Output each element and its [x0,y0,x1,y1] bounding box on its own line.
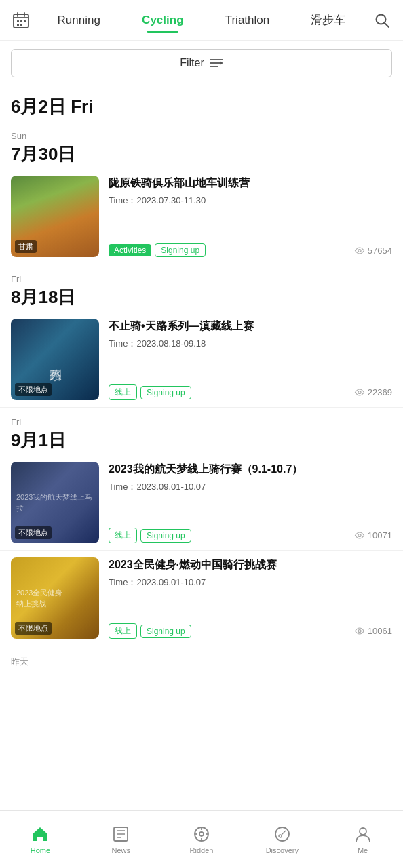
nav-tabs: Running Cycling Triathlon 滑步车 [37,8,366,32]
bottom-nav-news[interactable]: News [81,825,161,854]
svg-line-10 [385,23,389,27]
event-thumb-1: 甘肃 [11,176,99,257]
event-time-4: Time：2023.09.01-10.07 [109,576,392,589]
event-info-4: 2023全民健身·燃动中国骑行挑战赛 Time：2023.09.01-10.07… [109,557,392,639]
section-sep1-date: 9月1日 [11,429,392,452]
view-number-2: 22369 [368,387,392,397]
section-aug18-day: Fri [11,274,392,284]
view-count-2: 22369 [354,387,392,397]
svg-point-32 [360,828,366,835]
tag-signing-4: Signing up [140,625,191,638]
section-june2-date: 6月2日 Fri [11,95,392,119]
svg-rect-6 [24,20,26,22]
discovery-nav-label: Discovery [266,846,299,854]
section-aug18-header: Fri 8月18日 [0,264,403,312]
svg-point-16 [358,534,361,537]
tag-signing-3: Signing up [140,529,191,542]
event-thumb-2: 路系列 不限地点 [11,319,99,400]
thumb-label-2: 不限地点 [15,383,52,396]
home-icon [31,825,50,844]
bottom-nav-ridden[interactable]: Ridden [161,825,242,854]
bottom-navigation: Home News [0,810,403,868]
news-nav-label: News [111,846,130,854]
eye-icon-1 [354,247,365,254]
event-title-1: 陇原铁骑俱乐部山地车训练营 [109,176,392,191]
event-info-3: 2023我的航天梦线上骑行赛（9.1-10.7） Time：2023.09.01… [109,462,392,543]
event-info-1: 陇原铁骑俱乐部山地车训练营 Time：2023.07.30-11.30 Acti… [109,176,392,257]
filter-icon [210,58,223,68]
svg-rect-7 [17,24,19,26]
bottom-nav-me[interactable]: Me [322,825,403,854]
svg-point-17 [358,630,361,633]
event-time-3: Time：2023.09.01-10.07 [109,481,392,493]
ridden-icon [192,825,211,844]
svg-line-31 [282,831,286,835]
event-card-1[interactable]: 甘肃 陇原铁骑俱乐部山地车训练营 Time：2023.07.30-11.30 A… [0,169,403,264]
thumb-label-1: 甘肃 [15,240,37,253]
svg-point-14 [358,249,361,252]
view-count-1: 57654 [354,245,392,256]
tag-row-4: 线上 Signing up [109,623,191,639]
event-card-2[interactable]: 路系列 不限地点 不止骑•天路系列—滇藏线上赛 Time：2023.08.18-… [0,312,403,408]
bottom-nav-home[interactable]: Home [0,825,81,854]
tag-online-4: 线上 [109,623,137,639]
event-title-4: 2023全民健身·燃动中国骑行挑战赛 [109,557,392,572]
event-footer-2: 线上 Signing up 22369 [109,384,392,400]
section-july30-date: 7月30日 [11,142,392,166]
me-nav-label: Me [358,846,368,854]
svg-rect-8 [20,24,22,26]
news-icon [111,825,130,844]
event-time-2: Time：2023.08.18-09.18 [109,338,392,350]
event-time-1: Time：2023.07.30-11.30 [109,195,392,207]
event-thumb-3: 2023我的航天梦线上马拉 不限地点 [11,462,99,543]
tab-skating[interactable]: 滑步车 [305,8,351,32]
event-title-3: 2023我的航天梦线上骑行赛（9.1-10.7） [109,462,392,477]
svg-point-15 [358,391,361,394]
bottom-nav-discovery[interactable]: Discovery [242,825,322,854]
section-aug18-date: 8月18日 [11,285,392,309]
eye-icon-2 [354,389,365,396]
view-number-1: 57654 [368,245,392,256]
section-july30-day: Sun [11,131,392,141]
filter-bar[interactable]: Filter [11,49,392,77]
tag-signing-2: Signing up [140,386,191,399]
eye-icon-3 [354,532,365,539]
search-icon[interactable] [369,7,395,33]
tab-cycling[interactable]: Cycling [136,9,189,31]
tag-row-3: 线上 Signing up [109,528,191,543]
tag-online-3: 线上 [109,528,137,543]
tag-row-2: 线上 Signing up [109,384,191,400]
tab-running[interactable]: Running [52,9,106,31]
event-footer-3: 线上 Signing up 10071 [109,528,392,543]
thumb-label-3: 不限地点 [15,526,52,539]
view-count-3: 10071 [354,530,392,540]
calendar-icon[interactable] [8,7,34,33]
me-icon [353,825,372,844]
thumb-label-4: 不限地点 [15,622,52,635]
event-card-4[interactable]: 2023全民健身 纳上挑战 不限地点 2023全民健身·燃动中国骑行挑战赛 Ti… [0,551,403,646]
event-card-3[interactable]: 2023我的航天梦线上马拉 不限地点 2023我的航天梦线上骑行赛（9.1-10… [0,455,403,551]
event-info-2: 不止骑•天路系列—滇藏线上赛 Time：2023.08.18-09.18 线上 … [109,319,392,400]
eye-icon-4 [354,627,365,635]
event-title-2: 不止骑•天路系列—滇藏线上赛 [109,319,392,334]
view-count-4: 10061 [354,626,392,636]
tab-triathlon[interactable]: Triathlon [220,9,275,31]
event-footer-1: Activities Signing up 57654 [109,243,392,257]
tag-activities-1: Activities [109,244,151,256]
section-sep1-header: Fri 9月1日 [0,408,403,455]
tag-online-2: 线上 [109,384,137,400]
section-july30-header: Sun 7月30日 [0,121,403,169]
ridden-nav-label: Ridden [190,846,214,854]
filter-label: Filter [180,57,204,69]
section-june2-header: 6月2日 Fri [0,85,403,121]
tag-signing-1: Signing up [155,243,206,257]
view-number-4: 10061 [368,626,392,636]
svg-rect-4 [17,20,19,22]
tag-row-1: Activities Signing up [109,243,206,257]
svg-point-23 [199,832,204,836]
view-number-3: 10071 [368,530,392,540]
content-area: 6月2日 Fri Sun 7月30日 甘肃 陇原铁骑俱乐部山地车训练营 Time… [0,85,403,738]
event-footer-4: 线上 Signing up 10061 [109,623,392,639]
section-sep1-day: Fri [11,417,392,427]
yesterday-label: 昨天 [0,646,403,671]
